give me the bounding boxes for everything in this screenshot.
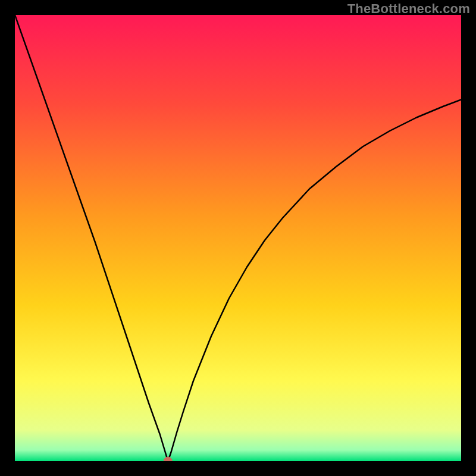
chart-background bbox=[15, 15, 461, 461]
chart-plot bbox=[15, 15, 461, 461]
attribution-label: TheBottleneck.com bbox=[347, 1, 470, 17]
chart-frame: TheBottleneck.com bbox=[0, 0, 476, 476]
